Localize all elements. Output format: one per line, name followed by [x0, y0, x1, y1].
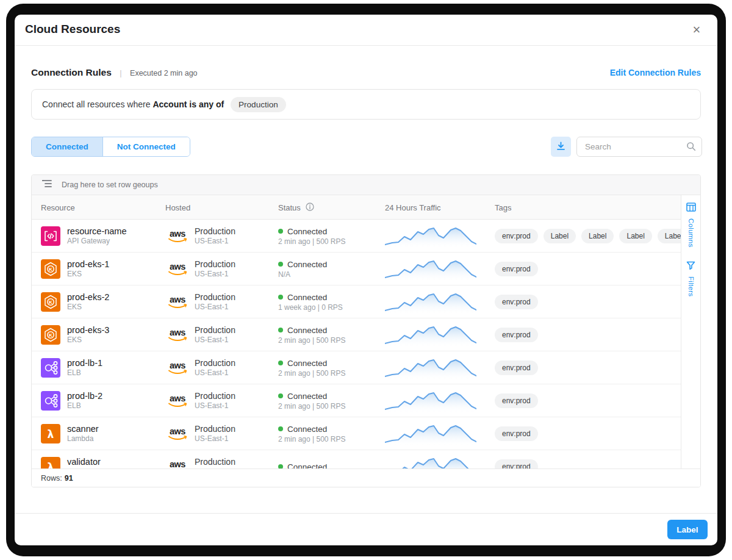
- status-text: Connected: [287, 325, 327, 336]
- table-row[interactable]: resource-nameAPI GatewayawsProductionUS-…: [32, 220, 681, 253]
- status-detail: 2 min ago | 500 RPS: [278, 401, 346, 411]
- tab-not-connected[interactable]: Not Connected: [102, 137, 190, 156]
- table-row[interactable]: prod-lb-2ELBawsProductionUS-East-1Connec…: [32, 384, 681, 417]
- svg-text:aws: aws: [170, 393, 185, 403]
- hosted-cell: awsProductionUS-East-1: [165, 417, 235, 450]
- tags-cell: env:prod: [495, 285, 538, 318]
- hosted-region: US-East-1: [195, 368, 235, 378]
- column-header-traffic[interactable]: 24 Hours Traffic: [385, 195, 441, 220]
- status-detail: 2 min ago | 500 RPS: [278, 237, 346, 246]
- rows-label: Rows:: [41, 474, 62, 483]
- status-dot: [278, 361, 283, 365]
- aws-logo: aws: [165, 459, 190, 469]
- traffic-sparkline: [385, 356, 476, 382]
- traffic-sparkline: [385, 290, 476, 317]
- side-tab-columns[interactable]: Columns: [681, 195, 700, 254]
- tab-connected[interactable]: Connected: [32, 137, 102, 156]
- elb-icon: [41, 358, 60, 378]
- side-tab-filters[interactable]: Filters: [681, 254, 700, 312]
- hosted-cell: awsProductionUS-East-1: [165, 220, 235, 253]
- eks-icon: K: [41, 292, 60, 312]
- column-header-tags[interactable]: Tags: [495, 195, 511, 220]
- status-cell: Connected2 min ago | 500 RPS: [278, 318, 346, 351]
- table-row[interactable]: prod-lb-1ELBawsProductionUS-East-1Connec…: [32, 351, 681, 384]
- resource-name: scanner: [67, 424, 99, 434]
- tag-pill: env:prod: [495, 459, 538, 469]
- status-text: Connected: [287, 292, 327, 303]
- column-header-resource[interactable]: Resource: [41, 195, 75, 220]
- elb-icon: [41, 391, 60, 411]
- status-cell: ConnectedN/A: [278, 253, 327, 285]
- search-input[interactable]: [576, 137, 702, 157]
- tag-pill: env:prod: [495, 262, 538, 276]
- tag-pill: Label: [658, 229, 681, 243]
- status-cell: Connected2 min ago | 500 RPS: [278, 417, 346, 450]
- table-row[interactable]: Kprod-eks-3EKSawsProductionUS-East-1Conn…: [32, 318, 681, 351]
- aws-logo: aws: [165, 426, 190, 442]
- hosted-cell: awsProductionUS-East-1: [165, 285, 235, 318]
- table-rows: resource-nameAPI GatewayawsProductionUS-…: [32, 220, 681, 469]
- resource-cell: prod-lb-1ELB: [41, 351, 102, 384]
- status-dot: [278, 426, 283, 431]
- hosted-cell: awsProductionUS-East-1: [165, 384, 235, 417]
- column-header-hosted[interactable]: Hosted: [165, 195, 190, 220]
- hosted-account: Production: [195, 226, 235, 237]
- status-cell: Connected2 min ago | 500 RPS: [278, 384, 346, 417]
- svg-text:K: K: [49, 267, 52, 272]
- resource-type: ELB: [67, 401, 102, 411]
- svg-text:K: K: [49, 332, 52, 338]
- info-icon[interactable]: [306, 203, 314, 213]
- resource-cell: Kprod-eks-1EKS: [41, 253, 109, 285]
- hosted-region: US-East-1: [195, 336, 235, 345]
- rules-executed-text: Executed 2 min ago: [130, 69, 198, 77]
- resource-cell: Kprod-eks-2EKS: [41, 285, 109, 318]
- tag-pill: Label: [544, 229, 576, 243]
- table-row[interactable]: Kprod-eks-1EKSawsProductionUS-East-1Conn…: [32, 253, 681, 285]
- download-button[interactable]: [551, 137, 571, 157]
- table-row[interactable]: λscannerLambdaawsProductionUS-East-1Conn…: [32, 417, 681, 450]
- connection-rules-title: Connection Rules: [31, 67, 112, 77]
- tag-pill: env:prod: [495, 426, 538, 441]
- resource-type: API Gateway: [67, 237, 127, 246]
- hosted-cell: awsProductionUS-East-1: [165, 351, 235, 384]
- search-icon: [686, 142, 696, 154]
- aws-logo: aws: [165, 261, 190, 277]
- tag-pill: env:prod: [495, 295, 538, 309]
- hosted-region: US-East-1: [195, 401, 235, 411]
- hosted-account: Production: [195, 424, 235, 434]
- table-row[interactable]: λvalidatorLambdaawsProductionUS-East-1Co…: [32, 450, 681, 469]
- tags-cell: env:prod: [495, 318, 538, 351]
- edit-connection-rules-link[interactable]: Edit Connection Rules: [610, 68, 701, 77]
- close-icon[interactable]: ×: [688, 21, 705, 38]
- rules-separator: |: [120, 68, 121, 77]
- resource-type: Lambda: [67, 434, 99, 443]
- label-button[interactable]: Label: [667, 520, 708, 539]
- connection-rules-header: Connection Rules | Executed 2 min ago Ed…: [31, 67, 701, 81]
- connection-rule-box: Connect all resources where Account is a…: [31, 89, 701, 120]
- hosted-account: Production: [195, 457, 235, 467]
- tag-pill: Label: [581, 229, 614, 243]
- tag-pill: env:prod: [495, 229, 538, 243]
- eks-icon: K: [41, 259, 60, 279]
- lambda-icon: λ: [41, 457, 60, 469]
- hosted-region: US-East-1: [195, 270, 235, 279]
- screenshot-frame: Cloud Resources × Connection Rules | Exe…: [6, 4, 726, 556]
- resource-cell: prod-lb-2ELB: [41, 384, 102, 417]
- eks-icon: K: [41, 325, 60, 345]
- column-header-status[interactable]: Status: [278, 195, 314, 220]
- table-row[interactable]: Kprod-eks-2EKSawsProductionUS-East-1Conn…: [32, 285, 681, 318]
- tag-pill: env:prod: [495, 328, 538, 342]
- svg-text:aws: aws: [170, 262, 185, 271]
- side-tab-columns-label: Columns: [687, 218, 695, 247]
- status-detail: 1 week ago | 0 RPS: [278, 303, 343, 312]
- svg-text:aws: aws: [170, 426, 185, 436]
- side-tab-filters-label: Filters: [687, 276, 695, 296]
- traffic-sparkline: [385, 323, 476, 350]
- resource-type: EKS: [67, 270, 109, 279]
- table-header: Resource Hosted Status 24 Hours Traffic …: [32, 195, 700, 220]
- traffic-sparkline: [385, 389, 476, 415]
- row-group-drop-zone[interactable]: Drag here to set row geoups: [32, 175, 700, 195]
- svg-text:aws: aws: [170, 361, 185, 370]
- status-dot: [278, 295, 283, 300]
- tags-cell: env:prod: [495, 417, 538, 450]
